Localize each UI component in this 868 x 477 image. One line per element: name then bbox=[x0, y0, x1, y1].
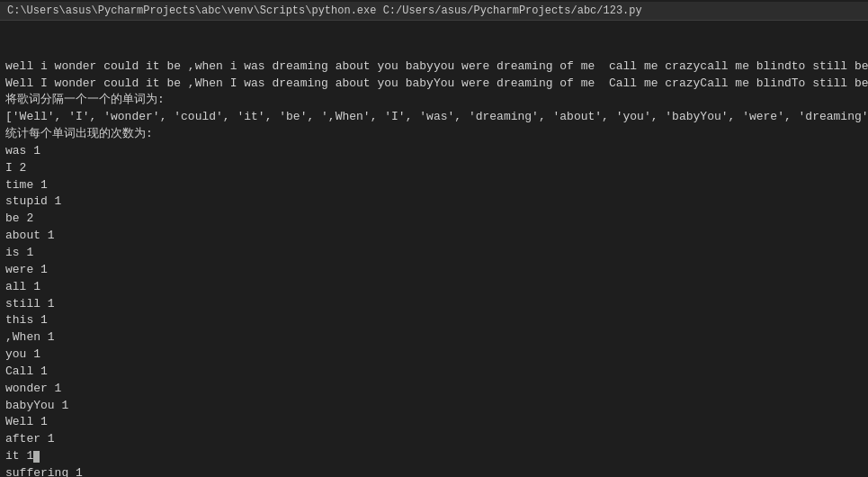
terminal-line: still 1 bbox=[5, 296, 863, 313]
terminal-line: suffering 1 bbox=[5, 465, 863, 477]
terminal-line: you 1 bbox=[5, 346, 863, 364]
terminal-line: were 1 bbox=[5, 262, 863, 279]
terminal-line: be 2 bbox=[5, 211, 863, 228]
terminal-line: 统计每个单词出现的次数为: bbox=[5, 126, 863, 143]
terminal-line: Call 1 bbox=[5, 364, 863, 381]
terminal-line: time 1 bbox=[5, 177, 863, 194]
terminal-line: I 2 bbox=[5, 160, 863, 177]
terminal-line: 将歌词分隔一个一个的单词为: bbox=[5, 92, 863, 109]
terminal-content[interactable]: well i wonder could it be ,when i was dr… bbox=[0, 21, 868, 477]
terminal-line: babyYou 1 bbox=[5, 398, 863, 415]
terminal-line: it 1 bbox=[5, 448, 863, 465]
title-bar: C:\Users\asus\PycharmProjects\abc\venv\S… bbox=[0, 2, 868, 21]
terminal-line: stupid 1 bbox=[5, 194, 863, 211]
terminal-line: wonder 1 bbox=[5, 381, 863, 398]
terminal-line: all 1 bbox=[5, 279, 863, 296]
terminal-line: after 1 bbox=[5, 431, 863, 448]
terminal-line: about 1 bbox=[5, 228, 863, 245]
terminal-line: is 1 bbox=[5, 245, 863, 262]
cursor bbox=[33, 451, 40, 463]
terminal-line: was 1 bbox=[5, 143, 863, 160]
terminal-line: ,When 1 bbox=[5, 329, 863, 346]
terminal-line: Well 1 bbox=[5, 414, 863, 431]
terminal-window: C:\Users\asus\PycharmProjects\abc\venv\S… bbox=[0, 0, 868, 477]
terminal-line: ['Well', 'I', 'wonder', 'could', 'it', '… bbox=[5, 109, 863, 126]
terminal-line: this 1 bbox=[5, 312, 863, 329]
title-text: C:\Users\asus\PycharmProjects\abc\venv\S… bbox=[7, 4, 642, 17]
terminal-line: well i wonder could it be ,when i was dr… bbox=[5, 58, 863, 76]
terminal-line: Well I wonder could it be ,When I was dr… bbox=[5, 76, 863, 93]
